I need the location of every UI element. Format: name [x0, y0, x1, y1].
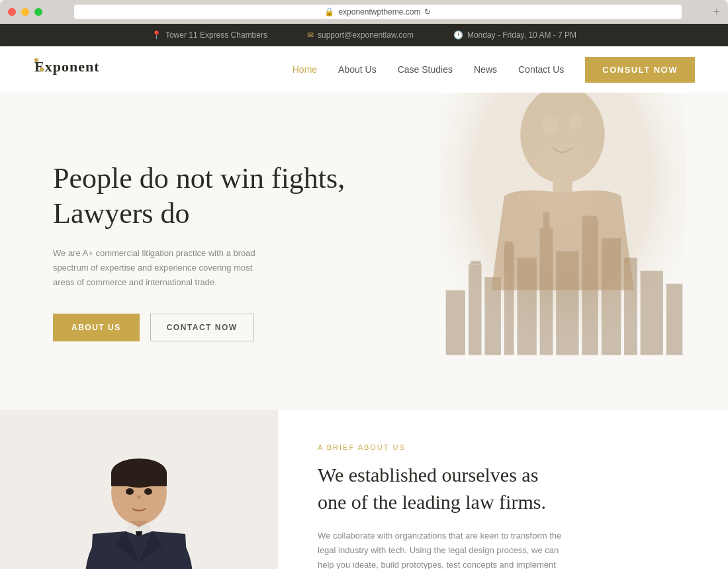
hero-section: People do not win fights, Lawyers do We …	[0, 93, 728, 410]
nav-about[interactable]: About Us	[338, 64, 377, 75]
minimize-button[interactable]	[21, 8, 29, 16]
email-icon: ✉	[307, 30, 314, 40]
logo-dot	[40, 67, 44, 71]
header: Exponent Home About Us Case Studies News…	[0, 46, 728, 93]
nav-home[interactable]: Home	[293, 64, 317, 75]
about-title: We established ourselves as one of the l…	[318, 462, 569, 515]
about-label: A Brief About Us	[318, 443, 688, 451]
address-bar[interactable]: 🔒 exponentwptheme.com ↻	[74, 5, 682, 19]
clock-icon: 🕐	[453, 30, 463, 40]
topbar-hours: 🕐 Monday - Friday, 10 AM - 7 PM	[453, 30, 576, 40]
about-content: A Brief About Us We established ourselve…	[278, 410, 728, 569]
about-section: A Brief About Us We established ourselve…	[0, 410, 728, 569]
nav-case-studies[interactable]: Case Studies	[398, 64, 453, 75]
topbar-email: ✉ support@exponentlaw.com	[307, 30, 414, 40]
hero-title: People do not win fights, Lawyers do	[53, 161, 345, 232]
about-image-column	[0, 410, 278, 569]
svg-point-31	[126, 488, 134, 495]
topbar-address: 📍 Tower 11 Express Chambers	[152, 30, 267, 40]
hero-image	[424, 93, 702, 410]
hero-content: People do not win fights, Lawyers do We …	[53, 161, 345, 341]
close-button[interactable]	[8, 8, 16, 16]
browser-window: 🔒 exponentwptheme.com ↻ +	[0, 0, 728, 24]
nav-news[interactable]: News	[474, 64, 497, 75]
hero-buttons: About Us Contact Now	[53, 314, 345, 341]
url-text: exponentwptheme.com	[338, 7, 420, 17]
location-icon: 📍	[152, 30, 161, 40]
logo: Exponent	[33, 58, 44, 81]
about-us-button[interactable]: About Us	[53, 314, 140, 341]
top-bar: 📍 Tower 11 Express Chambers ✉ support@ex…	[0, 24, 728, 46]
navigation: Home About Us Case Studies News Contact …	[293, 57, 695, 83]
browser-titlebar: 🔒 exponentwptheme.com ↻ +	[0, 0, 728, 24]
about-para1: We collaborate with organizations that a…	[318, 529, 569, 569]
new-tab-button[interactable]: +	[713, 5, 720, 19]
about-person-svg	[0, 410, 278, 569]
refresh-icon[interactable]: ↻	[424, 7, 431, 17]
hero-silhouette-svg	[437, 93, 688, 407]
consult-now-button[interactable]: Consult Now	[585, 57, 695, 83]
svg-rect-27	[111, 472, 167, 486]
svg-rect-23	[439, 93, 686, 407]
maximize-button[interactable]	[34, 8, 42, 16]
contact-now-button[interactable]: Contact Now	[150, 314, 254, 341]
nav-contact[interactable]: Contact Us	[518, 64, 564, 75]
svg-point-32	[144, 488, 152, 495]
hero-description: We are A+ commercial litigation practice…	[53, 246, 265, 290]
lock-icon: 🔒	[324, 7, 334, 17]
